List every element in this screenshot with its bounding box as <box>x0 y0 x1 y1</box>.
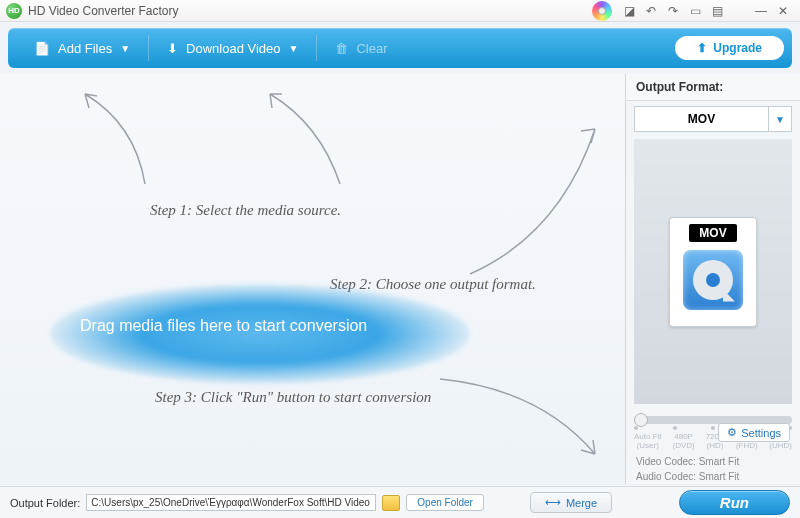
format-badge-label: MOV <box>689 224 736 242</box>
step1-text: Step 1: Select the media source. <box>150 202 341 219</box>
video-codec-label: Video Codec: Smart Fit <box>626 454 800 469</box>
app-title: HD Video Converter Factory <box>28 4 179 18</box>
output-format-heading: Output Format: <box>626 74 800 101</box>
arrow-icon <box>250 84 370 194</box>
facebook-icon[interactable]: ◪ <box>618 2 640 20</box>
disc-icon[interactable] <box>592 1 612 21</box>
chevron-down-icon: ▼ <box>120 43 130 54</box>
clear-label: Clear <box>356 41 387 56</box>
message-icon[interactable]: ▭ <box>684 2 706 20</box>
merge-label: Merge <box>566 497 597 509</box>
arrow-icon <box>430 359 610 469</box>
menu-icon[interactable]: ▤ <box>706 2 728 20</box>
arrow-icon <box>55 84 175 194</box>
format-preview[interactable]: MOV <box>634 139 792 404</box>
merge-button[interactable]: ⟷ Merge <box>530 492 612 513</box>
download-icon: ⬇ <box>167 41 178 56</box>
add-files-label: Add Files <box>58 41 112 56</box>
merge-icon: ⟷ <box>545 496 561 509</box>
upgrade-button[interactable]: ⬆ Upgrade <box>675 36 784 60</box>
format-dropdown-button[interactable]: ▼ <box>768 106 792 132</box>
spacer-icon <box>728 2 750 20</box>
download-video-label: Download Video <box>186 41 280 56</box>
settings-label: Settings <box>741 427 781 439</box>
audio-codec-label: Audio Codec: Smart Fit <box>626 469 800 484</box>
upload-arrow-icon: ⬆ <box>697 41 707 55</box>
download-video-button[interactable]: ⬇ Download Video ▼ <box>149 28 316 68</box>
mov-badge: MOV <box>669 217 757 327</box>
redo-icon[interactable]: ↷ <box>662 2 684 20</box>
output-folder-label: Output Folder: <box>10 497 80 509</box>
drop-canvas[interactable]: Step 1: Select the media source. Step 2:… <box>0 74 625 484</box>
format-selected: MOV <box>634 106 768 132</box>
add-files-icon: 📄 <box>34 41 50 56</box>
minimize-button[interactable]: — <box>750 2 772 20</box>
drop-hint-text: Drag media files here to start conversio… <box>80 317 367 335</box>
app-logo-icon: HD <box>6 3 22 19</box>
bottom-bar: Output Folder: Open Folder ⟷ Merge Run <box>0 486 800 518</box>
chevron-down-icon: ▼ <box>289 43 299 54</box>
upgrade-label: Upgrade <box>713 41 762 55</box>
close-button[interactable]: ✕ <box>772 2 794 20</box>
run-button[interactable]: Run <box>679 490 790 515</box>
titlebar: HD HD Video Converter Factory ◪ ↶ ↷ ▭ ▤ … <box>0 0 800 22</box>
slider-thumb[interactable] <box>634 413 648 427</box>
trash-icon: 🗑 <box>335 41 348 56</box>
arrow-icon <box>460 114 610 284</box>
clear-button[interactable]: 🗑 Clear <box>317 28 405 68</box>
quicktime-icon <box>683 250 743 310</box>
main-toolbar: 📄 Add Files ▼ ⬇ Download Video ▼ 🗑 Clear… <box>8 28 792 68</box>
undo-icon[interactable]: ↶ <box>640 2 662 20</box>
open-folder-button[interactable]: Open Folder <box>406 494 484 511</box>
settings-button[interactable]: ⚙ Settings <box>718 423 790 442</box>
gear-icon: ⚙ <box>727 426 737 439</box>
browse-folder-button[interactable] <box>382 495 400 511</box>
step3-text: Step 3: Click "Run" button to start conv… <box>155 389 431 406</box>
output-folder-input[interactable] <box>86 494 376 511</box>
add-files-button[interactable]: 📄 Add Files ▼ <box>16 28 148 68</box>
